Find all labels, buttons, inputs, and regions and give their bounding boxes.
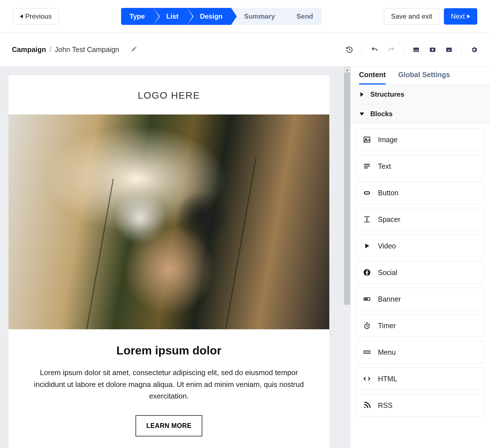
scroll-up-arrow[interactable]: ▴	[344, 67, 350, 73]
accordion-blocks-label: Blocks	[370, 110, 393, 118]
accordion-blocks[interactable]: Blocks	[351, 104, 490, 124]
step-design[interactable]: Design	[187, 8, 231, 25]
email-logo-placeholder[interactable]: LOGO HERE	[8, 75, 329, 114]
history-icon[interactable]	[345, 46, 353, 54]
block-social[interactable]: Social	[356, 261, 484, 284]
svg-rect-10	[364, 217, 370, 217]
save-exit-button[interactable]: Save and exit	[384, 8, 439, 25]
breadcrumb: Campaign / John Test Campaign	[12, 46, 137, 54]
block-spacer[interactable]: Spacer	[356, 208, 484, 231]
text-icon	[363, 162, 371, 170]
block-label: Video	[378, 242, 396, 250]
breadcrumb-name: John Test Campaign	[55, 46, 119, 54]
blocks-list: Image Text Button Spacer	[351, 124, 490, 425]
block-text[interactable]: Text	[356, 155, 484, 178]
block-image[interactable]: Image	[356, 128, 484, 151]
menu-icon	[363, 348, 371, 356]
block-video[interactable]: Video	[356, 235, 484, 257]
block-button[interactable]: Button	[356, 181, 484, 204]
breadcrumb-root[interactable]: Campaign	[12, 46, 46, 54]
editor-tools	[345, 44, 478, 56]
block-label: Text	[378, 162, 391, 170]
hero-visual	[8, 114, 329, 329]
wizard-steps: Type List Design Summary Send	[121, 8, 322, 25]
tool-divider	[461, 44, 462, 56]
next-button[interactable]: Next	[444, 8, 477, 25]
svg-rect-3	[446, 47, 452, 52]
code-view-icon[interactable]	[412, 46, 420, 54]
svg-rect-8	[364, 168, 368, 168]
undo-icon[interactable]	[371, 46, 379, 54]
email-cta-button[interactable]: LEARN MORE	[136, 415, 202, 436]
tab-content[interactable]: Content	[359, 71, 386, 85]
settings-icon[interactable]	[470, 46, 478, 54]
spacer-icon	[363, 215, 371, 224]
block-menu[interactable]: Menu	[356, 341, 484, 363]
previous-label: Previous	[25, 12, 51, 20]
svg-rect-14	[365, 299, 368, 299]
step-summary[interactable]: Summary	[231, 8, 283, 25]
rss-icon	[363, 401, 371, 410]
block-label: Spacer	[378, 215, 400, 224]
block-label: RSS	[378, 401, 392, 410]
block-label: Social	[378, 269, 397, 277]
email-body-text[interactable]: Lorem ipsum dolor sit amet, consectetur …	[8, 360, 329, 405]
test-send-icon[interactable]	[445, 46, 453, 54]
email-cta-label: LEARN MORE	[146, 422, 192, 429]
block-html[interactable]: HTML	[356, 367, 484, 390]
preview-icon[interactable]	[429, 46, 437, 54]
email-canvas[interactable]: LOGO HERE Lorem ipsum dolor Lorem ipsum …	[8, 75, 329, 448]
svg-point-2	[432, 49, 434, 51]
social-icon	[363, 268, 371, 277]
edit-name-icon[interactable]	[131, 46, 137, 54]
svg-rect-6	[364, 164, 370, 165]
block-label: Banner	[378, 295, 401, 303]
previous-button[interactable]: Previous	[13, 8, 59, 25]
next-label: Next	[451, 12, 465, 20]
block-label: Menu	[378, 348, 396, 356]
svg-rect-11	[364, 222, 370, 222]
block-label: Button	[378, 189, 398, 197]
save-exit-label: Save and exit	[391, 12, 432, 20]
email-hero-image[interactable]	[8, 114, 329, 329]
canvas-area[interactable]: ▴ LOGO HERE Lorem ipsum dolor Lorem ipsu…	[0, 67, 350, 448]
svg-rect-7	[364, 166, 370, 166]
chevron-right-icon	[467, 14, 470, 18]
accordion-structures-label: Structures	[370, 90, 404, 98]
chevron-right-icon	[358, 92, 365, 97]
chevron-left-icon	[20, 14, 23, 18]
svg-point-5	[366, 138, 367, 140]
block-banner[interactable]: Banner	[356, 288, 484, 310]
block-rss[interactable]: RSS	[356, 394, 484, 417]
svg-point-17	[364, 407, 366, 408]
redo-icon[interactable]	[387, 46, 395, 54]
html-icon	[363, 375, 371, 383]
step-type[interactable]: Type	[121, 8, 153, 25]
banner-icon	[363, 295, 371, 303]
block-label: HTML	[378, 375, 397, 383]
chevron-down-icon	[358, 112, 365, 116]
email-heading[interactable]: Lorem ipsum dolor	[8, 329, 329, 360]
breadcrumb-separator: /	[50, 46, 51, 54]
timer-icon	[363, 321, 371, 330]
block-timer[interactable]: Timer	[356, 314, 484, 337]
block-label: Image	[378, 136, 397, 144]
block-label: Timer	[378, 322, 396, 330]
svg-rect-9	[364, 192, 370, 194]
button-icon	[363, 189, 371, 197]
tab-global-settings[interactable]: Global Settings	[398, 71, 450, 85]
video-icon	[363, 242, 371, 250]
side-panel: Content Global Settings Structures Block…	[350, 67, 490, 448]
image-icon	[363, 135, 371, 144]
scrollbar-thumb[interactable]	[344, 73, 350, 305]
tool-divider	[403, 44, 404, 56]
tool-divider	[362, 44, 362, 56]
accordion-structures[interactable]: Structures	[351, 85, 490, 104]
